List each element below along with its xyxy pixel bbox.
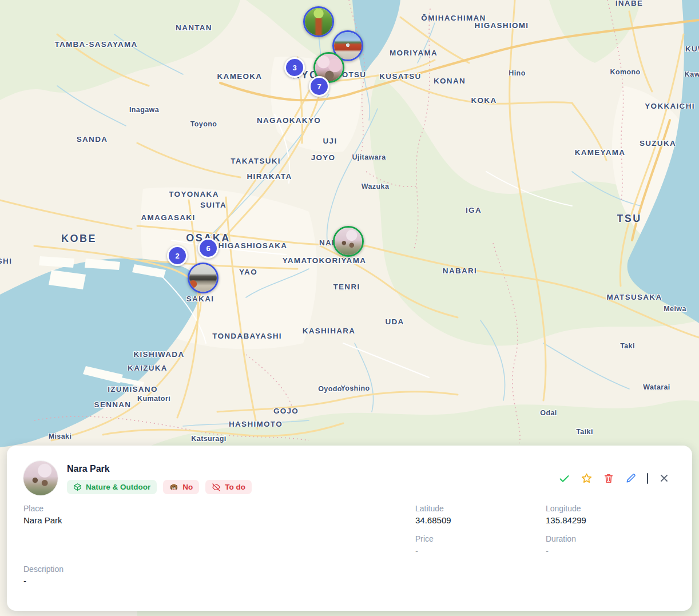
close-button[interactable]: [658, 472, 670, 484]
dog-icon: [169, 483, 178, 492]
tag-status[interactable]: To do: [205, 480, 252, 494]
field-description-label: Description: [23, 565, 63, 574]
close-icon: [658, 472, 670, 484]
cluster-marker-3[interactable]: 3: [284, 57, 305, 78]
kurama-forest-marker[interactable]: [303, 6, 334, 37]
eye-off-icon: [212, 483, 221, 492]
field-price-value: -: [415, 546, 434, 555]
tag-category-label: Nature & Outdoor: [86, 483, 150, 491]
field-longitude-value: 135.84299: [546, 515, 586, 525]
field-latitude-value: 34.68509: [415, 515, 451, 525]
place-avatar: [23, 461, 58, 495]
action-bar: [558, 472, 670, 484]
place-avatar-photo: [23, 461, 58, 495]
delete-button[interactable]: [602, 472, 615, 484]
place-detail-panel: Nara Park Nature & Outdoor: [7, 446, 692, 611]
cluster-marker-6[interactable]: 6: [198, 238, 219, 259]
field-longitude: Longitude 135.84299: [546, 504, 586, 525]
osaka-temple-marker[interactable]: [188, 263, 219, 293]
cluster-marker-7[interactable]: 7: [309, 76, 329, 97]
tag-list: Nature & Outdoor No: [67, 480, 252, 494]
field-latitude-label: Latitude: [415, 504, 451, 513]
field-description: Description -: [23, 565, 63, 586]
tag-category[interactable]: Nature & Outdoor: [67, 480, 157, 494]
app-root: TAMBA-SASAYAMANANTANKAMEOKASANDAInagawaT…: [0, 0, 699, 616]
confirm-button[interactable]: [558, 472, 570, 484]
place-title: Nara Park: [67, 464, 110, 474]
field-price-label: Price: [415, 534, 434, 543]
osaka-temple-photo: [189, 264, 217, 292]
tag-pets[interactable]: No: [163, 480, 199, 494]
forest-photo: [305, 8, 332, 35]
pencil-icon: [625, 472, 637, 484]
check-icon: [558, 472, 570, 484]
nara-park-marker[interactable]: [333, 226, 364, 257]
field-duration: Duration -: [546, 534, 576, 555]
field-duration-label: Duration: [546, 534, 576, 543]
field-longitude-label: Longitude: [546, 504, 586, 513]
star-icon: [581, 472, 593, 484]
tag-pets-label: No: [182, 483, 193, 491]
favorite-button[interactable]: [580, 472, 593, 484]
field-duration-value: -: [546, 546, 576, 555]
field-place-value: Nara Park: [23, 515, 62, 525]
action-divider: [647, 473, 648, 484]
nara-deer-photo: [335, 228, 362, 255]
cube-icon: [73, 483, 82, 491]
tag-status-label: To do: [225, 483, 245, 491]
trash-icon: [603, 472, 614, 484]
field-price: Price -: [415, 534, 434, 555]
field-description-value: -: [23, 576, 63, 586]
field-latitude: Latitude 34.68509: [415, 504, 451, 525]
field-place-label: Place: [23, 504, 62, 513]
edit-button[interactable]: [625, 472, 637, 484]
field-place: Place Nara Park: [23, 504, 62, 525]
cluster-marker-2[interactable]: 2: [167, 245, 188, 266]
